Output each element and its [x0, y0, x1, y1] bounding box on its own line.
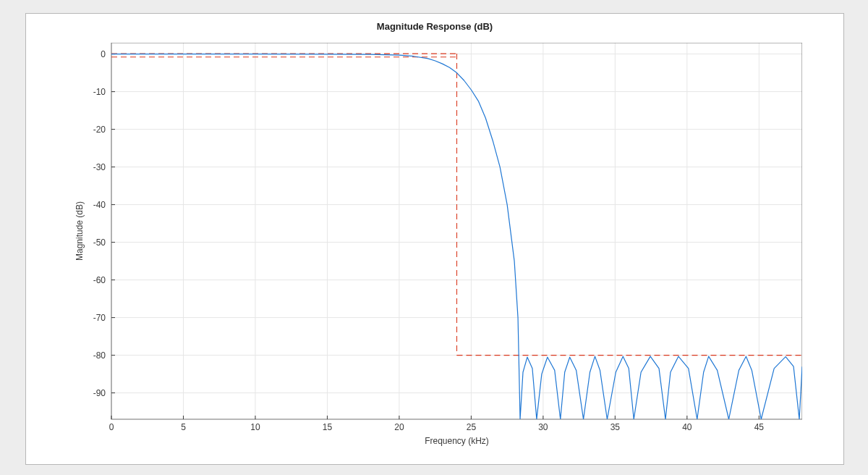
x-tick-label: 25 [467, 422, 477, 432]
plot-axes[interactable]: 0510152025303540450-10-20-30-40-50-60-70… [72, 43, 762, 419]
y-axis-label: Magnitude (dB) [75, 201, 85, 261]
x-tick-label: 10 [250, 422, 260, 432]
y-tick-label: -70 [93, 313, 106, 323]
y-tick-label: -10 [93, 87, 106, 97]
x-tick-label: 40 [682, 422, 692, 432]
y-tick-label: -30 [93, 162, 106, 172]
y-tick-label: -20 [93, 125, 106, 135]
y-tick-label: -40 [93, 200, 106, 210]
x-tick-label: 30 [538, 422, 548, 432]
y-tick-label: 0 [101, 49, 106, 59]
y-tick-label: -80 [93, 350, 106, 361]
plot-svg: 0510152025303540450-10-20-30-40-50-60-70… [72, 43, 802, 448]
y-tick-label: -60 [93, 275, 106, 285]
plot-title: Magnitude Response (dB) [26, 21, 843, 32]
figure-panel: Magnitude Response (dB) 0510152025303540… [25, 13, 844, 465]
x-tick-label: 0 [109, 422, 114, 432]
svg-rect-0 [111, 43, 802, 419]
x-axis-label: Frequency (kHz) [425, 436, 489, 446]
x-tick-label: 20 [394, 422, 404, 432]
y-tick-label: -90 [93, 388, 106, 398]
x-tick-label: 5 [181, 422, 186, 432]
x-tick-label: 45 [754, 422, 765, 432]
x-tick-label: 35 [610, 422, 621, 432]
x-tick-label: 15 [323, 422, 333, 432]
y-tick-label: -50 [93, 238, 106, 248]
